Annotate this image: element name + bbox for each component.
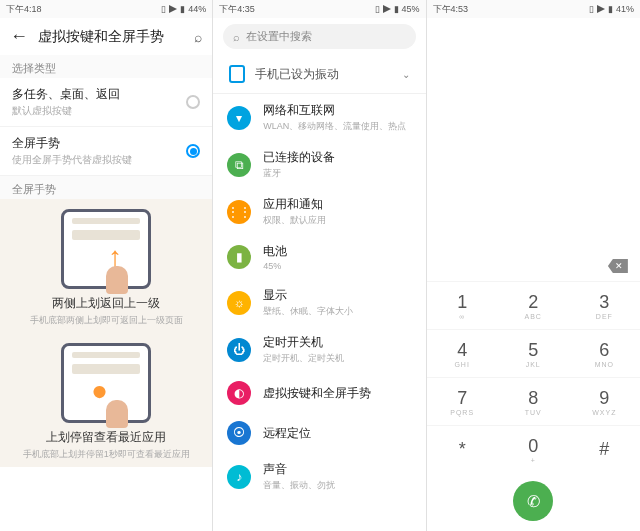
settings-item[interactable]: ☼ 显示 壁纸、休眠、字体大小 bbox=[213, 279, 425, 326]
setting-icon: ▮ bbox=[227, 245, 251, 269]
settings-item[interactable]: ⋮⋮ 应用和通知 权限、默认应用 bbox=[213, 188, 425, 235]
settings-item[interactable]: ⏻ 定时开关机 定时开机、定时关机 bbox=[213, 326, 425, 373]
wifi-icon bbox=[383, 5, 391, 13]
gesture-section-label: 全屏手势 bbox=[0, 176, 212, 199]
dialpad-key[interactable]: 8 TUV bbox=[498, 377, 569, 425]
key-letters: DEF bbox=[596, 313, 613, 320]
setting-title: 显示 bbox=[263, 287, 411, 304]
status-time: 下午4:18 bbox=[6, 3, 42, 16]
page-title: 虚拟按键和全屏手势 bbox=[38, 28, 184, 46]
search-icon[interactable]: ⌕ bbox=[194, 29, 202, 45]
dialpad-key[interactable]: 2 ABC bbox=[498, 281, 569, 329]
setting-title: 虚拟按键和全屏手势 bbox=[263, 385, 411, 402]
key-letters: ABC bbox=[525, 313, 542, 320]
setting-title: 网络和互联网 bbox=[263, 102, 411, 119]
screen-settings: 下午4:35 ▯ ▮ 45% ⌕ 在设置中搜索 手机已设为振动 ⌄ ▾ 网络和互… bbox=[213, 0, 426, 531]
vibrate-icon bbox=[229, 65, 245, 83]
back-icon[interactable]: ← bbox=[10, 26, 28, 47]
setting-icon: ⏻ bbox=[227, 338, 251, 362]
setting-icon: ⋮⋮ bbox=[227, 200, 251, 224]
hand-icon bbox=[106, 400, 128, 428]
setting-icon: ♪ bbox=[227, 465, 251, 489]
setting-icon: ☼ bbox=[227, 291, 251, 315]
dialpad-key[interactable]: 7 PQRS bbox=[427, 377, 498, 425]
dialpad-key[interactable]: 0 + bbox=[498, 425, 569, 473]
screen-gestures: 下午4:18 ▯ ▮ 44% ← 虚拟按键和全屏手势 ⌕ 选择类型 多任务、桌面… bbox=[0, 0, 213, 531]
dialpad-key[interactable]: * bbox=[427, 425, 498, 473]
vibrate-banner[interactable]: 手机已设为振动 ⌄ bbox=[213, 55, 425, 94]
dialer-keypad: 1 ∞2 ABC3 DEF4 GHI5 JKL6 MNO7 PQRS8 TUV9… bbox=[427, 281, 640, 473]
illustration-swipe-hold: ● 上划停留查看最近应用 手机底部上划并停留1秒即可查看最近应用 bbox=[0, 333, 212, 467]
setting-title: 应用和通知 bbox=[263, 196, 411, 213]
setting-sub: 蓝牙 bbox=[263, 167, 411, 180]
key-digit: 8 bbox=[528, 388, 538, 409]
setting-title: 已连接的设备 bbox=[263, 149, 411, 166]
illus-sub: 手机底部两侧上划即可返回上一级页面 bbox=[0, 314, 212, 327]
dialpad-key[interactable]: # bbox=[569, 425, 640, 473]
search-input[interactable]: ⌕ 在设置中搜索 bbox=[223, 24, 415, 49]
backspace-button[interactable]: ✕ bbox=[608, 259, 628, 273]
arrow-up-icon: ↑ bbox=[108, 250, 122, 264]
key-digit: 6 bbox=[599, 340, 609, 361]
settings-item[interactable]: ▾ 网络和互联网 WLAN、移动网络、流量使用、热点 bbox=[213, 94, 425, 141]
search-icon: ⌕ bbox=[233, 31, 240, 43]
setting-icon: ⦿ bbox=[227, 421, 251, 445]
battery-icon: ▮ bbox=[394, 4, 399, 14]
battery-pct: 45% bbox=[402, 4, 420, 14]
key-digit: 7 bbox=[457, 388, 467, 409]
setting-icon: ◐ bbox=[227, 381, 251, 405]
status-bar: 下午4:35 ▯ ▮ 45% bbox=[213, 0, 425, 18]
radio-selected[interactable] bbox=[186, 144, 200, 158]
key-digit: * bbox=[459, 439, 466, 460]
key-digit: 0 bbox=[528, 436, 538, 457]
setting-sub: 壁纸、休眠、字体大小 bbox=[263, 305, 411, 318]
key-digit: 2 bbox=[528, 292, 538, 313]
banner-text: 手机已设为振动 bbox=[255, 66, 339, 83]
setting-sub: 权限、默认应用 bbox=[263, 214, 411, 227]
battery-icon: ▮ bbox=[608, 4, 613, 14]
settings-item[interactable]: ♪ 声音 音量、振动、勿扰 bbox=[213, 453, 425, 500]
status-bar: 下午4:53 ▯ ▮ 41% bbox=[427, 0, 640, 18]
settings-item[interactable]: ◐ 虚拟按键和全屏手势 bbox=[213, 373, 425, 413]
radio-unselected[interactable] bbox=[186, 95, 200, 109]
settings-item[interactable]: ▮ 电池 45% bbox=[213, 235, 425, 279]
key-digit: # bbox=[599, 439, 609, 460]
key-letters: GHI bbox=[454, 361, 469, 368]
dialpad-key[interactable]: 9 WXYZ bbox=[569, 377, 640, 425]
key-digit: 1 bbox=[457, 292, 467, 313]
dialpad-key[interactable]: 1 ∞ bbox=[427, 281, 498, 329]
status-time: 下午4:35 bbox=[219, 3, 255, 16]
vibrate-icon: ▯ bbox=[589, 4, 594, 14]
phone-mockup: ↑ bbox=[61, 209, 151, 289]
settings-item[interactable]: ⧉ 已连接的设备 蓝牙 bbox=[213, 141, 425, 188]
dialpad-key[interactable]: 6 MNO bbox=[569, 329, 640, 377]
option-gesture[interactable]: 全屏手势 使用全屏手势代替虚拟按键 bbox=[0, 127, 212, 176]
illustration-swipe-back: ↑ 两侧上划返回上一级 手机底部两侧上划即可返回上一级页面 bbox=[0, 199, 212, 333]
key-letters: JKL bbox=[526, 361, 541, 368]
dialpad-key[interactable]: 4 GHI bbox=[427, 329, 498, 377]
setting-title: 远程定位 bbox=[263, 425, 411, 442]
call-button[interactable]: ✆ bbox=[513, 481, 553, 521]
phone-mockup: ● bbox=[61, 343, 151, 423]
setting-icon: ⧉ bbox=[227, 153, 251, 177]
status-time: 下午4:53 bbox=[433, 3, 469, 16]
chevron-down-icon: ⌄ bbox=[402, 69, 410, 80]
setting-sub: WLAN、移动网络、流量使用、热点 bbox=[263, 120, 411, 133]
dialer-display: ✕ bbox=[427, 18, 640, 281]
dialpad-key[interactable]: 3 DEF bbox=[569, 281, 640, 329]
dot-icon: ● bbox=[91, 384, 108, 398]
option-navbar[interactable]: 多任务、桌面、返回 默认虚拟按键 bbox=[0, 78, 212, 127]
section-label: 选择类型 bbox=[0, 55, 212, 78]
illus-title: 两侧上划返回上一级 bbox=[0, 295, 212, 312]
header: ← 虚拟按键和全屏手势 ⌕ bbox=[0, 18, 212, 55]
option-sub: 使用全屏手势代替虚拟按键 bbox=[12, 153, 186, 167]
status-bar: 下午4:18 ▯ ▮ 44% bbox=[0, 0, 212, 18]
dialpad-key[interactable]: 5 JKL bbox=[498, 329, 569, 377]
option-title: 全屏手势 bbox=[12, 135, 186, 152]
key-letters: ∞ bbox=[459, 313, 465, 320]
setting-sub: 音量、振动、勿扰 bbox=[263, 479, 411, 492]
vibrate-icon: ▯ bbox=[375, 4, 380, 14]
key-letters: MNO bbox=[595, 361, 614, 368]
setting-sub: 45% bbox=[263, 261, 411, 271]
settings-item[interactable]: ⦿ 远程定位 bbox=[213, 413, 425, 453]
